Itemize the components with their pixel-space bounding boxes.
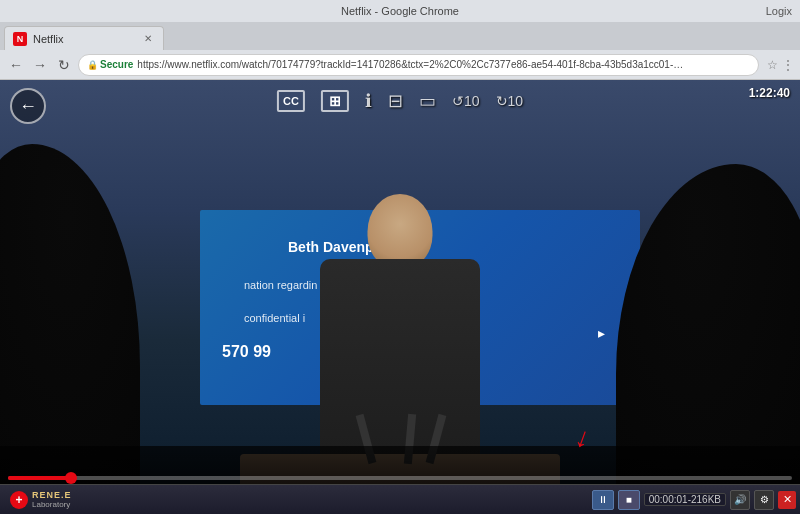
info-button[interactable]: ℹ — [365, 90, 372, 112]
tab-close-button[interactable]: ✕ — [141, 32, 155, 46]
url-text: https://www.netflix.com/watch/70174779?t… — [137, 59, 687, 70]
progress-dot[interactable] — [65, 472, 77, 484]
forward-button[interactable]: ↻10 — [496, 93, 524, 109]
banner-text2: confidential i — [244, 312, 305, 324]
refresh-button[interactable]: ↻ — [54, 55, 74, 75]
logo-name: RENE.E — [32, 490, 72, 500]
tab-favicon: N — [13, 32, 27, 46]
progress-bar[interactable] — [8, 476, 792, 480]
pause-recording-button[interactable]: ⏸ — [592, 490, 614, 510]
resolution-button[interactable]: ⊞ — [321, 90, 349, 112]
taskbar-right: ⏸ ■ 00:00:01-216KB 🔊 ⚙ ✕ — [592, 490, 796, 510]
logo-lab: Laboratory — [32, 500, 72, 509]
back-nav-button[interactable]: ← — [6, 55, 26, 75]
settings-button[interactable]: ⊟ — [388, 90, 403, 112]
chrome-content: Beth Davenport nation regardin confident… — [0, 80, 800, 514]
video-timestamp: 1:22:40 — [749, 86, 790, 100]
bookmark-icon[interactable]: ☆ — [767, 58, 778, 72]
progress-fill — [8, 476, 71, 480]
address-bar[interactable]: 🔒 Secure https://www.netflix.com/watch/7… — [78, 54, 759, 76]
taskbar: + RENE.E Laboratory ⏸ ■ 00:00:01-216KB 🔊… — [0, 484, 800, 514]
monitor-button[interactable]: ▭ — [419, 90, 436, 112]
netflix-player: Beth Davenport nation regardin confident… — [0, 80, 800, 514]
active-tab[interactable]: N Netflix ✕ — [4, 26, 164, 50]
settings-recording-icon[interactable]: ⚙ — [754, 490, 774, 510]
player-back-button[interactable]: ← — [10, 88, 46, 124]
banner-text1: nation regardin — [244, 279, 317, 291]
chrome-addressbar: ← → ↻ 🔒 Secure https://www.netflix.com/w… — [0, 50, 800, 80]
banner-phone: 570 99 — [222, 343, 271, 361]
logo-text: RENE.E Laboratory — [32, 490, 72, 509]
person-head — [368, 194, 433, 269]
menu-icon[interactable]: ⋮ — [782, 58, 794, 72]
chrome-tabbar: N Netflix ✕ — [0, 22, 800, 50]
titlebar-user: Logix — [766, 5, 792, 17]
forward-nav-button[interactable]: → — [30, 55, 50, 75]
window-title: Netflix - Google Chrome — [341, 5, 459, 17]
volume-recording-icon[interactable]: 🔊 — [730, 490, 750, 510]
close-recording-button[interactable]: ✕ — [778, 491, 796, 509]
rewind-button[interactable]: ↺10 — [452, 93, 480, 109]
recording-status: 00:00:01-216KB — [644, 493, 726, 506]
netflix-logo-letter: N — [17, 34, 24, 44]
cc-button[interactable]: CC — [277, 90, 305, 112]
logo-cross: + — [15, 493, 22, 507]
secure-label: Secure — [100, 59, 133, 70]
renee-logo-icon: + — [10, 491, 28, 509]
lock-icon: 🔒 — [87, 60, 98, 70]
stop-recording-button[interactable]: ■ — [618, 490, 640, 510]
progress-container[interactable] — [0, 476, 800, 480]
chrome-window: Netflix - Google Chrome Logix N Netflix … — [0, 0, 800, 514]
chrome-titlebar: Netflix - Google Chrome Logix — [0, 0, 800, 22]
taskbar-logo: + RENE.E Laboratory — [4, 490, 78, 509]
address-right-controls: ☆ ⋮ — [767, 58, 794, 72]
video-frame[interactable]: Beth Davenport nation regardin confident… — [0, 80, 800, 514]
secure-badge: 🔒 Secure — [87, 59, 133, 70]
tab-label: Netflix — [33, 33, 64, 45]
top-controls: CC ⊞ ℹ ⊟ ▭ ↺10 ↻10 — [277, 90, 523, 112]
